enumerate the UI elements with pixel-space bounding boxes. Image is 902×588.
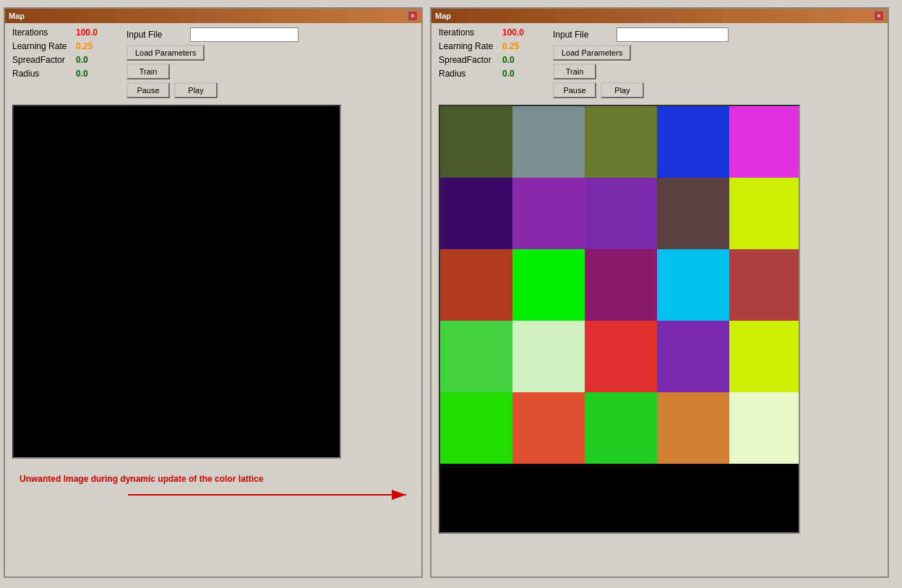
color-cell: [729, 392, 800, 428]
color-cell: [512, 178, 585, 214]
color-cell: [729, 142, 800, 178]
spread-factor-value-left: 0.0: [76, 55, 105, 65]
color-cell: [729, 106, 800, 142]
color-cell: [657, 357, 729, 393]
right-canvas-container: [439, 105, 800, 534]
color-cell: [585, 106, 657, 142]
color-cell: [512, 249, 585, 285]
color-cell: [729, 249, 800, 285]
color-cell: [585, 321, 657, 357]
load-parameters-button-right[interactable]: Load Parameters: [553, 45, 631, 61]
input-file-field-right[interactable]: [617, 27, 729, 42]
color-cell: [440, 214, 512, 250]
color-cell: [729, 214, 800, 250]
right-window: Map × Iterations 100.0 Learning Rate 0.2…: [430, 7, 889, 578]
color-cell: [729, 285, 800, 321]
train-button-right[interactable]: Train: [553, 64, 596, 79]
right-close-button[interactable]: ×: [874, 11, 884, 21]
left-window: Map × Iterations 100.0 Learning Rate 0.2…: [4, 7, 423, 578]
color-cell: [512, 321, 585, 357]
input-file-field-left[interactable]: [190, 27, 298, 42]
color-cell: [585, 142, 657, 178]
color-cell: [585, 428, 657, 464]
color-cell: [585, 214, 657, 250]
iterations-value-right: 100.0: [502, 27, 531, 38]
color-cell: [440, 178, 512, 214]
color-cell: [440, 249, 512, 285]
annotation-arrow: [5, 466, 424, 524]
right-window-title: Map: [435, 12, 451, 20]
right-title-bar: Map ×: [431, 9, 888, 23]
spread-factor-label-left: SpreadFactor: [12, 55, 70, 65]
left-close-button[interactable]: ×: [408, 11, 418, 21]
learning-rate-label-right: Learning Rate: [439, 41, 497, 51]
color-cell: [657, 392, 729, 428]
learning-rate-label-left: Learning Rate: [12, 41, 70, 51]
train-button-left[interactable]: Train: [126, 64, 170, 79]
color-cell: [657, 214, 729, 250]
play-button-left[interactable]: Play: [174, 82, 218, 98]
color-cell: [512, 428, 585, 464]
color-cell: [512, 106, 585, 142]
color-cell: [440, 357, 512, 393]
black-strip-right: [440, 464, 800, 532]
color-cell: [657, 178, 729, 214]
left-canvas: [12, 105, 341, 459]
color-cell: [729, 357, 800, 393]
spread-factor-label-right: SpreadFactor: [439, 55, 497, 65]
spread-factor-value-right: 0.0: [502, 55, 531, 65]
color-cell: [729, 321, 800, 357]
color-cell: [657, 428, 729, 464]
left-title-bar: Map ×: [5, 9, 421, 23]
play-button-right[interactable]: Play: [601, 82, 644, 98]
color-cell: [585, 178, 657, 214]
iterations-value-left: 100.0: [76, 27, 105, 38]
color-cell: [512, 357, 585, 393]
iterations-label-left: Iterations: [12, 27, 70, 38]
color-cell: [440, 392, 512, 428]
color-cell: [585, 392, 657, 428]
color-cell: [512, 392, 585, 428]
color-cell: [657, 249, 729, 285]
color-cell: [440, 428, 512, 464]
color-grid: [440, 106, 800, 464]
pause-button-left[interactable]: Pause: [126, 82, 170, 98]
iterations-label-right: Iterations: [439, 27, 497, 38]
radius-value-right: 0.0: [502, 69, 531, 79]
color-cell: [585, 285, 657, 321]
color-cell: [657, 285, 729, 321]
color-cell: [440, 285, 512, 321]
color-cell: [729, 428, 800, 464]
input-file-label-right: Input File: [553, 30, 611, 40]
color-cell: [585, 249, 657, 285]
learning-rate-value-right: 0.25: [502, 41, 531, 51]
color-cell: [512, 142, 585, 178]
radius-label-left: Radius: [12, 69, 70, 79]
color-cell: [440, 142, 512, 178]
input-file-label-left: Input File: [126, 30, 184, 40]
color-cell: [657, 106, 729, 142]
radius-value-left: 0.0: [76, 69, 105, 79]
color-cell: [657, 321, 729, 357]
color-cell: [585, 357, 657, 393]
color-cell: [729, 178, 800, 214]
color-cell: [657, 142, 729, 178]
color-cell: [512, 214, 585, 250]
learning-rate-value-left: 0.25: [76, 41, 105, 51]
radius-label-right: Radius: [439, 69, 497, 79]
color-cell: [512, 285, 585, 321]
pause-button-right[interactable]: Pause: [553, 82, 596, 98]
load-parameters-button-left[interactable]: Load Parameters: [126, 45, 205, 61]
color-cell: [440, 106, 512, 142]
color-cell: [440, 321, 512, 357]
left-window-title: Map: [9, 12, 25, 20]
annotation-area: Unwanted Image during dynamic update of …: [5, 466, 421, 524]
